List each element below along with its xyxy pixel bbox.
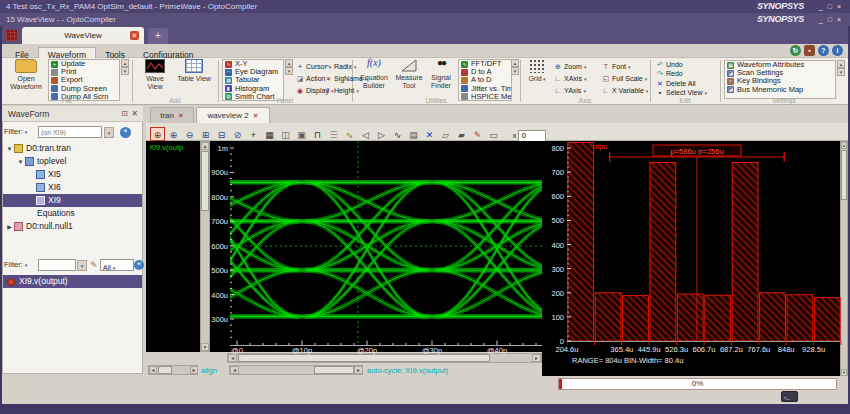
ribbon-font-button[interactable]: TFont▾ [602,61,648,72]
float-panel-icon[interactable]: ⊡ [121,110,128,118]
sine-wave-button[interactable]: ∿ [342,128,357,142]
histogram-bar[interactable] [760,293,786,341]
align-label[interactable]: align [201,366,229,375]
help-icon[interactable]: ? [818,45,829,56]
window-controls[interactable]: _□× [819,0,846,13]
bars-button[interactable]: ☰ [326,128,341,142]
cycle-scrollbar[interactable]: ◄ ► [229,365,363,375]
ribbon-display-button[interactable]: ◉Display▾ [296,85,322,96]
ribbon-undo-button[interactable]: ↶Undo [656,60,718,69]
annotate-button[interactable]: ▣ [294,128,309,142]
zoom-y-button[interactable]: ⊘ [230,128,245,142]
zoom-out-button[interactable]: ⊖ [182,128,197,142]
wave-view-button[interactable]: Wave View [138,59,172,91]
ribbon-action-button[interactable]: ◪Action▾ [296,73,322,84]
signal-type-combo[interactable]: All ▾ [100,259,134,271]
histogram-bar[interactable] [677,294,703,341]
settings-list-scrollbar[interactable]: ▴▾ [837,60,845,76]
pulse-button[interactable]: ⊓ [310,128,325,142]
ribbon-signame-button[interactable]: ≡SigName▾ [324,73,350,84]
eye-diagram-plot[interactable] [230,141,542,359]
histogram-bar[interactable] [650,163,676,342]
tree-item-xi5[interactable]: XI5 [3,168,142,181]
filter-dropdown-icon[interactable]: ▾ [25,129,28,135]
waveview-titlebar[interactable]: 15 WaveView - - OptoCompiler SYNOPSYS _□… [0,13,850,26]
measure-tool-button[interactable]: Measure Tool [394,59,424,90]
prev-edge-button[interactable]: ◁ [358,128,373,142]
close-panel-icon[interactable]: ✕ [131,110,138,118]
info-icon[interactable]: i [832,45,843,56]
close-tab-icon[interactable]: ✕ [178,112,184,119]
copy-wave-button[interactable]: ▱ [438,128,453,142]
ribbon-radix-button[interactable]: ⁿRadix▾ [324,61,350,72]
add-cursor-button[interactable]: + [246,128,261,142]
reload-icon[interactable]: ↻ [790,45,801,56]
paste-wave-button[interactable]: ▰ [454,128,469,142]
tab-waveview-2[interactable]: waveview 2✕ [196,107,270,123]
table-view-button[interactable]: Table View [176,59,212,83]
panel-list-scrollbar[interactable]: ▴▾ [285,59,293,75]
ribbon-xaxis-button[interactable]: ∟XAxis▾ [554,73,598,84]
zoom-mode-button[interactable]: ⊕ [150,127,165,141]
small-wave-button[interactable]: ∿ [390,128,405,142]
histogram-bar[interactable] [705,295,731,341]
tab-waveview[interactable]: WaveView ✕ [22,27,144,44]
tree-item-xi9[interactable]: XI9 [3,194,142,207]
close-tab-icon[interactable]: ✕ [130,31,139,40]
histogram-plot[interactable]: μ=586u σ=256u [567,141,843,352]
file-list-scrollbar[interactable]: ▴▾ [121,59,129,75]
ribbon-yaxis-button[interactable]: ∟YAxis▾ [554,85,598,96]
open-waveform-button[interactable]: Open Waveform [6,59,46,91]
new-tab-button[interactable]: + [148,28,168,44]
gear-icon[interactable]: * [134,260,144,270]
window-controls[interactable]: _□× [819,13,846,26]
primewave-titlebar[interactable]: 4 Test osc_Tx_Rx_PAM4 OptSim_default - P… [0,0,850,13]
name-column-scrollbar[interactable]: ◄ ► [148,365,198,375]
ribbon-full-scale-button[interactable]: ◱Full Scale▾ [602,73,648,84]
measure-button[interactable]: ◫ [278,128,293,142]
zoom-fit-button[interactable]: ⊞ [198,128,213,142]
histogram-bar[interactable] [595,293,621,341]
ribbon-redo-button[interactable]: ↷Redo [656,69,718,78]
histogram-bar[interactable] [814,298,840,341]
ribbon-bus-mnemonic-map[interactable]: ◪Bus Mnemonic Map [725,86,835,94]
eraser-button[interactable]: ✎ [470,128,485,142]
ribbon-zoom-button[interactable]: ⊕Zoom▾ [554,61,598,72]
x-position-input[interactable] [518,130,546,142]
tree-item-xi6[interactable]: XI6 [3,181,142,194]
eye-signal-label[interactable]: XI9.v(outp [149,143,199,152]
delete-button[interactable]: ✕ [422,128,437,142]
region-select-button[interactable]: ▭ [486,128,501,142]
close-tab-icon[interactable]: ✕ [253,112,259,119]
zoom-in-button[interactable]: ⊕ [166,128,181,142]
grid-toggle-button[interactable]: ▦ [262,128,277,142]
tree-item-toplevel[interactable]: ▼toplevel [3,155,142,168]
next-edge-button[interactable]: ▷ [374,128,389,142]
histogram-bar[interactable] [568,143,594,342]
histogram-bar[interactable] [787,295,813,341]
filter-dropdown-icon[interactable]: ▾ [25,262,28,268]
ribbon-update[interactable]: +Update [49,60,119,68]
signal-filter-input[interactable] [38,259,76,271]
expander-icon[interactable]: ▼ [5,143,14,156]
histogram-bar[interactable] [732,163,758,342]
ribbon-print[interactable]: Print [49,68,119,76]
edit-pencil-icon[interactable]: ✎ [90,257,98,273]
panels-button[interactable]: ▤ [406,128,421,142]
tab-tran[interactable]: tran✕ [150,107,194,123]
ribbon-height-button[interactable]: ⇕Height▾ [324,85,350,96]
utilities-list-scrollbar[interactable]: ▴▾ [511,59,519,75]
tree-item-d0-null-null1[interactable]: ▶D0:null.null1 [3,220,142,233]
signal-finder-button[interactable]: ●● Signal Finder [426,59,456,90]
histogram-bar[interactable] [623,296,649,341]
zoom-x-button[interactable]: ⊟ [214,128,229,142]
terminal-icon[interactable]: ›_ [781,391,798,402]
tree-item-equations[interactable]: Equations [3,207,142,220]
ribbon-select-view-button[interactable]: ▪Select View▾ [656,88,718,97]
tree-item-d0-tran-tran[interactable]: ▼D0:tran.tran [3,142,142,155]
expander-icon[interactable]: ▼ [16,156,25,169]
auto-cycle-label[interactable]: auto-cycle: XI9.v(output) [367,366,517,375]
signal-item-xi9-v-output[interactable]: XI9.v(output) [3,275,142,288]
gear-icon[interactable]: * [120,127,131,138]
ribbon-x-variable-button[interactable]: ∟X Variable▾ [602,85,648,96]
